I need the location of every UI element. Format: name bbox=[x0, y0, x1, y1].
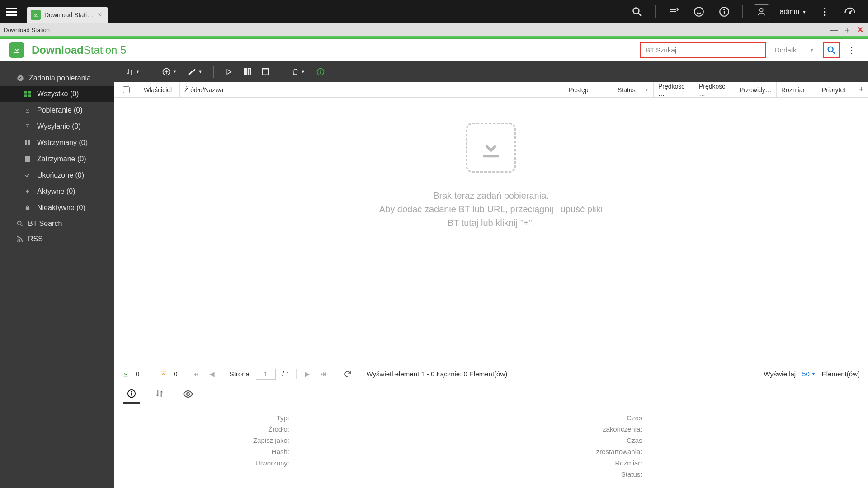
svg-rect-14 bbox=[28, 94, 31, 97]
detail-created-label: Utworzony: bbox=[125, 459, 292, 467]
upload-count-icon bbox=[160, 371, 167, 378]
detail-status-label: Status: bbox=[500, 470, 645, 478]
svg-rect-11 bbox=[24, 91, 27, 94]
sidebar-bt-search[interactable]: BT Search bbox=[0, 216, 114, 231]
avatar-icon[interactable] bbox=[754, 4, 769, 19]
sidebar-header-label: Zadania pobierania bbox=[29, 74, 91, 82]
sidebar-item-paused[interactable]: Wstrzymany (0) bbox=[0, 135, 114, 151]
column-eta[interactable]: Przewidy… bbox=[735, 82, 777, 97]
app-tab-download-station[interactable]: Download Stati… × bbox=[27, 7, 108, 23]
column-source[interactable]: Źródło/Nazwa bbox=[180, 82, 564, 97]
column-priority[interactable]: Priorytet bbox=[817, 82, 854, 97]
topbar-overflow-button[interactable]: ⋮ bbox=[817, 5, 832, 19]
sidebar-item-stopped[interactable]: Zatrzymane (0) bbox=[0, 151, 114, 167]
detail-restart-label-b: zrestartowania: bbox=[500, 448, 645, 455]
main-menu-button[interactable] bbox=[0, 0, 24, 23]
settings-button[interactable]: ▼ bbox=[184, 65, 206, 79]
sidebar-item-uploading[interactable]: Wysyłanie (0) bbox=[0, 118, 114, 135]
dropzone-icon bbox=[466, 123, 516, 173]
addons-dropdown[interactable]: Dodatki ▼ bbox=[771, 42, 818, 58]
packages-icon[interactable] bbox=[666, 5, 681, 19]
svg-rect-25 bbox=[244, 68, 246, 75]
sidebar-label: Pobieranie (0) bbox=[37, 106, 83, 114]
column-progress[interactable]: Postęp bbox=[564, 82, 613, 97]
task-list-empty[interactable]: Brak teraz zadań pobierania. Aby dodać z… bbox=[114, 98, 868, 365]
app-tab-close[interactable]: × bbox=[97, 11, 103, 19]
bt-search-input[interactable] bbox=[640, 42, 766, 58]
page-size-dropdown[interactable]: 50▼ bbox=[802, 370, 816, 378]
chevron-down-icon: ▼ bbox=[136, 70, 140, 74]
status-bar: 0 0 ⏮ ◀ Strona / 1 ▶ ⏭ Wyświetl element … bbox=[114, 365, 868, 383]
add-task-button[interactable]: ▼ bbox=[158, 65, 180, 79]
elements-label: Element(ów) bbox=[822, 370, 860, 378]
chevron-down-icon: ▼ bbox=[645, 88, 649, 92]
window-minimize-button[interactable]: — bbox=[829, 26, 839, 34]
sidebar-rss[interactable]: RSS bbox=[0, 231, 114, 247]
svg-point-0 bbox=[633, 8, 639, 14]
sort-button[interactable]: ▼ bbox=[122, 65, 143, 79]
page-last-button[interactable]: ⏭ bbox=[318, 370, 329, 378]
sidebar-item-all[interactable]: Wszystko (0) bbox=[0, 86, 114, 102]
sidebar-header-tasks[interactable]: Zadania pobierania bbox=[0, 70, 114, 86]
window-maximize-button[interactable]: ＋ bbox=[842, 26, 852, 34]
app-overflow-button[interactable]: ⋮ bbox=[844, 45, 859, 56]
svg-rect-16 bbox=[28, 140, 30, 145]
svg-rect-13 bbox=[24, 94, 27, 97]
search-icon bbox=[16, 220, 24, 227]
column-size[interactable]: Rozmiar bbox=[777, 82, 817, 97]
hamburger-icon bbox=[6, 6, 17, 18]
column-speed-ul[interactable]: Prędkość … bbox=[694, 82, 735, 97]
content-area: ▼ ▼ ▼ ▼ Właściciel bbox=[114, 61, 868, 488]
svg-point-19 bbox=[18, 221, 21, 225]
rss-icon bbox=[16, 235, 24, 243]
topbar-right: admin ▼ ⋮ bbox=[630, 4, 868, 19]
page-first-button[interactable]: ⏮ bbox=[191, 370, 201, 378]
detail-tab-info[interactable] bbox=[123, 386, 140, 404]
info-icon[interactable] bbox=[717, 5, 731, 19]
sidebar-item-completed[interactable]: Ukończone (0) bbox=[0, 167, 114, 183]
bt-search-button[interactable] bbox=[823, 42, 840, 58]
svg-point-30 bbox=[320, 70, 321, 70]
sidebar-item-inactive[interactable]: Nieaktywne (0) bbox=[0, 200, 114, 216]
app-title-bold: Download bbox=[32, 44, 84, 56]
download-count: 0 bbox=[136, 370, 139, 378]
sidebar-item-downloading[interactable]: Pobieranie (0) bbox=[0, 102, 114, 118]
global-search-icon[interactable] bbox=[630, 5, 644, 19]
detail-tab-transfer[interactable] bbox=[151, 386, 168, 404]
column-owner[interactable]: Właściciel bbox=[139, 82, 180, 97]
page-next-button[interactable]: ▶ bbox=[303, 370, 312, 378]
refresh-button[interactable] bbox=[342, 370, 354, 378]
detail-saveas-label: Zapisz jako: bbox=[125, 436, 292, 444]
user-menu[interactable]: admin ▼ bbox=[780, 8, 807, 16]
chevron-down-icon: ▼ bbox=[810, 47, 814, 52]
column-checkbox[interactable] bbox=[114, 82, 139, 97]
page-current-input[interactable] bbox=[256, 369, 276, 380]
svg-rect-12 bbox=[28, 91, 31, 94]
sidebar-label: Nieaktywne (0) bbox=[37, 204, 85, 212]
app-title: DownloadStation 5 bbox=[32, 44, 126, 56]
page-prev-button[interactable]: ◀ bbox=[208, 370, 217, 378]
stop-button[interactable] bbox=[258, 66, 273, 78]
sidebar-item-active[interactable]: Aktywne (0) bbox=[0, 183, 114, 200]
app-tab-icon bbox=[31, 10, 41, 20]
notifications-icon[interactable] bbox=[692, 5, 706, 19]
select-all-checkbox[interactable] bbox=[123, 86, 130, 93]
delete-button[interactable]: ▼ bbox=[288, 65, 309, 79]
column-status[interactable]: Status▼ bbox=[613, 82, 654, 97]
check-circle-icon bbox=[16, 74, 24, 82]
add-column-button[interactable]: + bbox=[854, 82, 868, 97]
detail-hash-label: Hash: bbox=[125, 448, 292, 455]
window-close-button[interactable]: ✕ bbox=[856, 26, 864, 34]
pause-button[interactable] bbox=[240, 66, 255, 78]
download-count-icon bbox=[122, 371, 129, 378]
column-speed-dl[interactable]: Prędkość … bbox=[654, 82, 694, 97]
svg-rect-18 bbox=[26, 207, 29, 210]
play-button[interactable] bbox=[221, 65, 236, 79]
empty-state-text: Brak teraz zadań pobierania. Aby dodać z… bbox=[379, 189, 603, 230]
app-tab-title: Download Stati… bbox=[44, 11, 93, 19]
chevron-down-icon: ▼ bbox=[811, 372, 816, 376]
svg-line-9 bbox=[833, 51, 835, 53]
dashboard-icon[interactable] bbox=[843, 5, 857, 19]
toolbar-info-button[interactable] bbox=[312, 65, 329, 79]
detail-tab-preview[interactable] bbox=[179, 386, 197, 404]
